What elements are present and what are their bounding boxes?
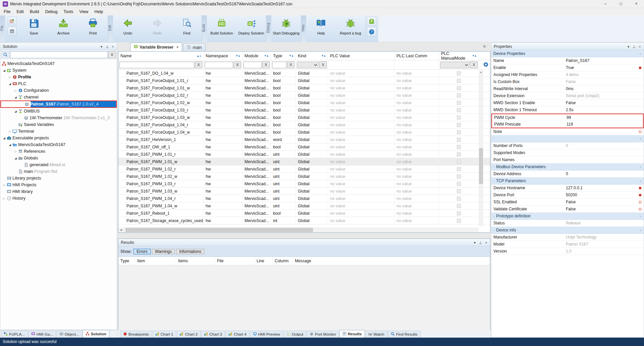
maximize-button[interactable]: □	[613, 0, 629, 8]
filter-clear-button[interactable]: X	[195, 61, 202, 68]
expander-open-icon[interactable]: ◢	[7, 143, 12, 146]
vertical-scroll-thumb[interactable]	[479, 148, 483, 184]
results-filter-warnings[interactable]: Warnings	[152, 249, 175, 254]
property-value[interactable]: 127.0.0.1	[564, 186, 639, 190]
property-value[interactable]: Unipi Technology	[564, 235, 644, 239]
panel-tab-solution[interactable]: Solution	[83, 330, 109, 338]
property-value[interactable]: False	[564, 100, 644, 105]
property-row-name[interactable]: NamePatron_S167	[491, 57, 644, 64]
manual-mode-checkbox[interactable]	[457, 130, 461, 134]
expander-open-icon[interactable]: ◢	[2, 69, 7, 72]
expander-closed-icon[interactable]: ▷	[2, 184, 7, 187]
expander-open-icon[interactable]: ◢	[2, 137, 7, 140]
table-row[interactable]: Patron_S167_OW_off_1hwMervisScad...boolG…	[118, 143, 490, 151]
horizontal-scrollbar[interactable]: ◀	[118, 227, 479, 232]
search-clear-button[interactable]: X	[108, 51, 116, 58]
table-row[interactable]: Patron_S167_ForceOutput_1.04_rhwMervisSc…	[118, 121, 490, 129]
tree-item-configuration[interactable]: ▷Configuration	[0, 87, 117, 94]
filter-input-module[interactable]	[244, 62, 262, 68]
manual-mode-checkbox[interactable]	[457, 204, 461, 208]
property-row-read-write-interval[interactable]: Read/Write Interval0ms	[491, 85, 644, 92]
manual-mode-checkbox[interactable]	[457, 71, 461, 75]
results-column-items[interactable]: Items	[176, 257, 215, 265]
bottom-tab-chart-3[interactable]: Chart 3	[201, 331, 225, 338]
table-row[interactable]: Patron_S167_PWM_1.02_whwMervisScad...uin…	[118, 173, 490, 180]
tree-item-executable-projects[interactable]: ◢Executable projects	[0, 135, 117, 141]
property-row-mwd-section-1-timeout[interactable]: MWD Section 1 Timeout2.5s	[491, 107, 644, 114]
chevron-down-icon[interactable]: ▾	[99, 44, 104, 49]
manual-mode-checkbox[interactable]	[457, 160, 461, 164]
property-row-model[interactable]: ModelPatron S167	[491, 241, 644, 248]
results-column-line[interactable]: Line	[255, 257, 273, 265]
collapse-icon[interactable]: -	[640, 51, 644, 56]
new-solution-icon[interactable]	[8, 17, 16, 25]
property-value[interactable]: 99	[565, 115, 643, 120]
expander-closed-icon[interactable]: ▷	[7, 76, 12, 79]
bottom-tab-watch[interactable]: Watch	[365, 331, 387, 338]
property-row-pwm-prescale[interactable]: PWM Prescale119	[492, 121, 643, 128]
manual-mode-checkbox[interactable]	[457, 93, 461, 97]
expander-closed-icon[interactable]: ▷	[7, 130, 12, 133]
archive-button[interactable]: Archive	[49, 15, 78, 42]
panel-tab-object[interactable]: Object...	[56, 331, 82, 338]
property-row-validate-certificate[interactable]: Validate CertificateFalse	[491, 206, 644, 213]
manual-mode-checkbox[interactable]	[457, 211, 461, 215]
pin-icon[interactable]: ⊥	[105, 44, 110, 49]
collapse-icon[interactable]: -	[640, 179, 644, 183]
property-row-enable[interactable]: EnableTrue	[491, 64, 644, 71]
property-value[interactable]: 0	[564, 143, 644, 148]
tree-item-saved-variables[interactable]: Saved Variables	[0, 121, 117, 128]
tree-item-profile[interactable]: ▷Profile	[0, 74, 117, 80]
property-row-mwd-section-1-enable[interactable]: MWD Section 1 EnableFalse	[491, 99, 644, 107]
table-row[interactable]: Patron_S167_ForceOutput_1.03_rhwMervisSc…	[118, 107, 490, 114]
table-row[interactable]: Patron_S167_Reboot_1hwMervisScad...boolG…	[118, 210, 490, 217]
property-row-device-port[interactable]: Device Port50200	[491, 192, 644, 199]
filter-clear-button[interactable]: X	[319, 61, 327, 68]
tree-item-hmi-library[interactable]: HMI library	[0, 188, 117, 195]
panel-tab-fupla[interactable]: FUPLA...	[1, 331, 28, 338]
property-row-status[interactable]: StatusRelease	[491, 220, 644, 227]
vertical-scrollbar[interactable]: ▲	[479, 70, 483, 226]
property-section-device-info[interactable]: ·Device info-	[491, 227, 644, 234]
expander-open-icon[interactable]: ◢	[13, 157, 18, 160]
table-row[interactable]: Patron_S167_PWM_1.01_rhwMervisScad...uin…	[118, 151, 490, 158]
filter-clear-button[interactable]: X	[262, 61, 270, 68]
manual-mode-checkbox[interactable]	[457, 116, 461, 120]
table-row[interactable]: Patron_S167_HwVersion_1hwMervisScad...wo…	[118, 136, 490, 143]
results-column-item[interactable]: Item	[135, 257, 176, 265]
property-value[interactable]: 2.5s	[564, 108, 644, 112]
start-debugging-button[interactable]: Start Debugging	[271, 15, 301, 42]
scroll-left-icon[interactable]: ◀	[118, 227, 123, 232]
results-column-type[interactable]: Type	[118, 257, 135, 265]
manual-mode-checkbox[interactable]	[457, 145, 461, 149]
manual-mode-checkbox[interactable]	[457, 86, 461, 90]
bottom-tab-find-results[interactable]: Find Results	[388, 331, 421, 338]
manual-mode-checkbox[interactable]	[457, 79, 461, 83]
bottom-tab-breakpoints[interactable]: Breakpoints	[120, 331, 152, 338]
property-value[interactable]: Patron_S167	[564, 58, 644, 63]
menu-item-help[interactable]: Help	[91, 8, 106, 15]
table-row[interactable]: Patron_S167_ForceOutput_1.02_rhwMervisSc…	[118, 92, 490, 99]
property-value[interactable]: 1.0	[564, 249, 644, 254]
menu-item-view[interactable]: View	[76, 8, 92, 15]
results-filter-errors[interactable]: Errors	[133, 249, 151, 254]
pin-icon[interactable]: ⊥	[478, 240, 483, 245]
property-row-version[interactable]: Version1.0	[491, 248, 644, 255]
table-row[interactable]: Patron_S167_PWM_1.04_whwMervisScad...uin…	[118, 202, 490, 210]
undo-button[interactable]: Undo	[113, 15, 143, 42]
table-row[interactable]: Patron_S167_PWM_1.02_rhwMervisScad...uin…	[118, 165, 490, 173]
panel-tab-hmi-ga[interactable]: HMI Ga...	[28, 331, 56, 338]
tab-close-icon[interactable]: ×	[176, 45, 178, 50]
archive-small-icon[interactable]	[8, 27, 16, 36]
expander-open-icon[interactable]: ◢	[13, 96, 18, 99]
manual-mode-checkbox[interactable]	[457, 197, 461, 201]
column-header-plc-last-comm[interactable]: PLC Last Comm	[394, 52, 439, 60]
collapse-icon[interactable]: -	[640, 136, 644, 141]
table-row[interactable]: Patron_S167_ForceOutput_1.04_whwMervisSc…	[118, 129, 490, 136]
column-header-kind[interactable]: Kind▼▲	[296, 52, 328, 60]
property-section-prototype-definition[interactable]: ·Prototype definition-	[491, 213, 644, 220]
tree-item-owbus[interactable]: ◢OWBUS	[0, 108, 117, 115]
package-icon-button[interactable]	[367, 17, 376, 26]
deploy-solution-button[interactable]: Deploy Solution	[236, 15, 266, 42]
property-row-ssl-enabled[interactable]: SSL EnabledFalse	[491, 199, 644, 206]
